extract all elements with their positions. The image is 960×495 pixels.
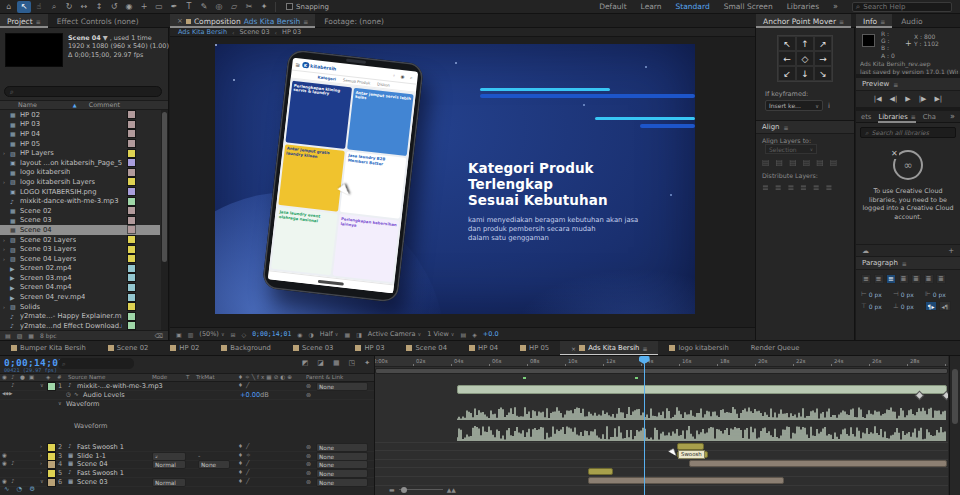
anchor-direction-button[interactable]: ↖	[778, 36, 796, 51]
project-item[interactable]: ▦ logo kitabersih	[0, 168, 160, 178]
space-after-field[interactable]: ⊥0 px	[893, 301, 923, 311]
distribute-bottom-icon[interactable]: ≣	[787, 183, 794, 192]
panel-menu-icon[interactable]: ≡	[36, 18, 41, 25]
label-color-chip[interactable]	[128, 150, 135, 157]
label-color-chip[interactable]	[128, 111, 135, 118]
timeline-comp-tab[interactable]: × Scene 03 ≡	[282, 341, 345, 356]
track-matte-select[interactable]: None∨	[198, 460, 230, 469]
justify-last-left-button[interactable]: ≣	[899, 274, 909, 284]
text-direction-ltr-button[interactable]: ¶▸	[925, 301, 937, 311]
twirl-icon[interactable]: ›	[40, 443, 42, 449]
audio-level-value[interactable]: +0.00	[240, 391, 260, 399]
layer-switches[interactable]: ♦╱	[238, 460, 252, 466]
twirl-icon[interactable]: ›	[3, 304, 10, 310]
parent-select[interactable]: None∨	[316, 443, 368, 452]
new-folder-icon[interactable]: ▨	[17, 332, 23, 339]
project-item[interactable]: ▶ Screen 02.mp4	[0, 264, 160, 274]
tab-character[interactable]: Cha	[923, 113, 936, 121]
panel-menu-icon[interactable]: ≡	[784, 124, 789, 131]
property-group-waveform[interactable]: ∨ Waveform	[0, 400, 374, 409]
tab-anchor-point-mover[interactable]: Anchor Point Mover≡	[756, 14, 851, 28]
timeline-zoom-slider[interactable]: ▬ ▲▲	[389, 486, 456, 493]
cloud-sync-icon[interactable]: ☁	[862, 247, 869, 255]
panel-menu-icon[interactable]: ≡	[902, 260, 907, 267]
panel-menu-icon[interactable]: ≡	[303, 18, 308, 25]
align-bottom-icon[interactable]: ▤	[830, 158, 838, 167]
layer-row[interactable]: ◉ ♪ › 4 ▦ Scene 04 Normal∨ None∨ ♦╱ ⊚ No…	[0, 460, 374, 469]
distribute-right-icon[interactable]: ≣	[826, 183, 833, 192]
parent-select[interactable]: None∨	[316, 460, 368, 469]
align-to-select[interactable]: Selection∨	[765, 144, 817, 154]
label-color-chip[interactable]	[128, 198, 135, 205]
label-color-chip[interactable]	[128, 130, 135, 137]
region-of-interest-icon[interactable]: ▦	[344, 331, 350, 338]
motion-blur-icon[interactable]: ✦	[364, 359, 370, 367]
distribute-top-icon[interactable]: ≣	[762, 183, 769, 192]
layer-color-chip[interactable]	[48, 383, 55, 390]
align-top-icon[interactable]: ▤	[803, 158, 811, 167]
justify-all-button[interactable]: ≣	[936, 274, 946, 284]
keyframe-diamond[interactable]	[943, 392, 948, 399]
dolly-camera-tool[interactable]: ↕	[92, 1, 106, 13]
align-center-v-icon[interactable]: ▤	[816, 158, 824, 167]
anchor-direction-button[interactable]: ↓	[796, 66, 814, 81]
keyframe-navigator[interactable]: ◀◆▶	[2, 391, 12, 396]
label-color-chip[interactable]	[128, 217, 135, 224]
label-color-chip[interactable]	[128, 226, 135, 233]
timeline-scrollbar[interactable]	[949, 356, 960, 495]
label-color-chip[interactable]	[128, 207, 135, 214]
exposure-value[interactable]: +0.0	[483, 330, 499, 338]
workspace-tab[interactable]: Standard	[676, 2, 710, 11]
video-toggle-icon[interactable]: ◉	[2, 478, 7, 484]
snapshot-icon[interactable]: ◉	[297, 331, 302, 338]
close-icon[interactable]: ×	[177, 17, 183, 25]
twirl-icon[interactable]: ∨	[40, 478, 44, 484]
distribute-left-icon[interactable]: ≣	[800, 183, 807, 192]
label-color-chip[interactable]	[128, 246, 135, 253]
twirl-icon[interactable]: ›	[3, 150, 10, 156]
pickwhip-icon[interactable]: ⊚	[306, 478, 311, 485]
previous-frame-button[interactable]: ◀|	[890, 95, 898, 103]
parent-select[interactable]: None∨	[316, 478, 368, 487]
layer-switches[interactable]: ♦✧	[238, 452, 254, 458]
pan-behind-tool[interactable]: +	[137, 1, 151, 13]
label-color-chip[interactable]	[128, 178, 135, 185]
pickwhip-icon[interactable]: ⊚	[306, 469, 311, 476]
grid-guides-icon[interactable]: ⊞	[231, 331, 236, 338]
breadcrumb-comp[interactable]: Ads Kita Bersih	[178, 28, 227, 36]
label-color-chip[interactable]	[128, 188, 135, 195]
add-library-icon[interactable]: +	[948, 247, 954, 255]
timeline-layer-bar[interactable]	[588, 468, 613, 475]
indent-first-line-field[interactable]: ⊣0 px	[893, 290, 923, 298]
puppet-pin-tool[interactable]: ✦	[257, 1, 271, 13]
view-layout-select[interactable]: 1 View∨	[427, 330, 454, 338]
pickwhip-icon[interactable]: ⊚	[306, 443, 311, 450]
trash-icon[interactable]: ⌫	[155, 332, 163, 339]
interpret-footage-icon[interactable]: ▤	[5, 332, 11, 339]
project-item[interactable]: › ▨ logo kitabersih Layers	[0, 177, 160, 187]
video-toggle-icon[interactable]: ◉	[2, 460, 7, 466]
project-item[interactable]: ♪ mixkit-dance-with-me-3.mp3	[0, 196, 160, 206]
twirl-icon[interactable]: ∨	[58, 400, 62, 406]
workspace-tab[interactable]: Libraries	[787, 2, 819, 11]
label-color-chip[interactable]	[128, 265, 135, 272]
mask-visibility-icon[interactable]: ◇	[242, 331, 247, 338]
label-color-chip[interactable]	[128, 274, 135, 281]
type-tool[interactable]: T	[182, 1, 196, 13]
last-frame-button[interactable]: ▶|	[934, 95, 942, 103]
zoom-out-icon[interactable]: ▬	[389, 486, 395, 493]
orbit-camera-tool[interactable]: ↻	[62, 1, 76, 13]
pixel-aspect-icon[interactable]: ▤	[461, 331, 467, 338]
pan-camera-tool[interactable]: ↔	[77, 1, 91, 13]
clone-stamp-tool[interactable]: ◎	[212, 1, 226, 13]
anchor-direction-button[interactable]: ↑	[796, 36, 814, 51]
timeline-comp-tab[interactable]: × HP 03 ≡	[344, 341, 395, 356]
timeline-comp-tab[interactable]: × HP 05 ≡	[509, 341, 560, 356]
libraries-search[interactable]: ⌕ Search all libraries	[860, 127, 956, 138]
hand-tool[interactable]: ☝	[32, 1, 46, 13]
label-color-chip[interactable]	[128, 159, 135, 166]
project-item[interactable]: ▣ LOGO KITABERSIH.png	[0, 187, 160, 197]
panel-menu-icon[interactable]: ≡	[893, 81, 898, 88]
project-item[interactable]: ♪ y2mate…- Happy Explainer.mp3	[0, 311, 160, 321]
fast-previews-icon[interactable]: ◈	[472, 331, 477, 338]
